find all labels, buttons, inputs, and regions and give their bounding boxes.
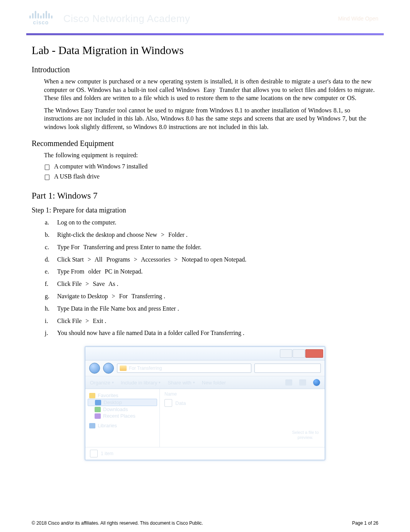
intro-block: When a new computer is purchased or a ne… [44, 77, 378, 131]
step-text-post: to open Notepad. [203, 256, 247, 263]
preview-placeholder: Select a file to preview. [290, 430, 321, 440]
favorites-group[interactable]: Favorites [88, 392, 157, 399]
step-item: e.Type From older PC in Notepad. [45, 268, 378, 276]
page-number: Page 1 of 26 [352, 520, 378, 526]
recent-places-item[interactable]: Recent Places [88, 413, 157, 419]
list-item: A USB flash drive [45, 173, 378, 180]
step-item: b.Right-click the desktop and choose New… [45, 231, 378, 239]
intro-heading: Introduction [32, 65, 378, 74]
organize-label: Organize [90, 380, 110, 386]
step-text-pre: Right-click the desktop and choose [57, 231, 146, 238]
copyright: © 2018 Cisco and/or its affiliates. All … [32, 520, 203, 526]
address-bar[interactable]: For Transferring [117, 364, 251, 373]
column-header-name[interactable]: Name [164, 391, 320, 397]
step-text-post: . [162, 293, 165, 299]
step-marker: a. [45, 219, 49, 227]
newfolder-label: New folder [202, 380, 226, 386]
status-bar: 1 item [85, 447, 325, 460]
step-text-pre: Type [57, 305, 71, 312]
status-text: 1 item [101, 451, 114, 456]
list-item: A computer with Windows 7 installed [45, 163, 378, 170]
toolbar: Organize▾ Include in library▾ Share with… [85, 376, 325, 389]
intro-paragraph-2: The Windows Easy Transfer tool cannot be… [44, 106, 378, 131]
include-library-button[interactable]: Include in library▾ [121, 380, 161, 386]
downloads-label: Downloads [103, 406, 128, 412]
step-marker: b. [45, 231, 49, 239]
step-item: i.Click File > Exit . [45, 317, 378, 325]
tagline: Mind Wide Open [338, 15, 378, 22]
step-text-pre: Type [57, 244, 71, 250]
step-text-post: in a folder called For Transferring . [156, 330, 244, 336]
cisco-logo-bars-icon [29, 9, 53, 19]
step-text-pre: Click [57, 280, 72, 287]
chevron-down-icon: ▾ [159, 381, 161, 384]
chevron-down-icon: ▾ [193, 381, 195, 384]
share-with-button[interactable]: Share with▾ [168, 380, 195, 386]
page-footer: © 2018 Cisco and/or its affiliates. All … [32, 520, 378, 526]
back-button[interactable] [89, 363, 100, 374]
text-file-icon [164, 399, 172, 407]
maximize-button[interactable] [293, 349, 305, 358]
libraries-group[interactable]: Libraries [88, 422, 157, 429]
cisco-logo-text: cisco [33, 19, 49, 25]
preview-pane-icon[interactable] [299, 379, 306, 386]
status-icon [90, 450, 98, 457]
explorer-screenshot: For Transferring Organize▾ Include in li… [85, 347, 325, 460]
minimize-button[interactable] [280, 349, 292, 358]
step-marker: d. [45, 256, 49, 264]
step-text-post: and press Enter to name the folder. [114, 244, 202, 250]
step-text-post: in the File Name box and press Enter . [83, 305, 179, 312]
document-page: cisco Cisco Networking Academy Mind Wide… [0, 0, 410, 532]
content-area: Lab - Data Migration in Windows Introduc… [0, 36, 410, 460]
address-row: For Transferring [85, 360, 325, 376]
step-item: d.Click Start > All Programs > Accessori… [45, 256, 378, 264]
step-marker: j. [45, 329, 48, 337]
organize-button[interactable]: Organize▾ [90, 380, 114, 386]
file-item[interactable]: Data [164, 398, 320, 408]
view-icon[interactable] [285, 379, 292, 386]
help-icon[interactable] [313, 379, 320, 386]
cisco-logo: cisco [27, 9, 55, 28]
step-text-pre: You should now have a file named [57, 330, 144, 336]
step1-heading: Step 1: Prepare for data migration [32, 206, 378, 214]
close-button[interactable] [305, 349, 323, 358]
step-marker: h. [45, 305, 49, 313]
explorer-body: Favorites Desktop Downloads Recent Place… [85, 389, 325, 447]
step-text-pre: Click [57, 256, 72, 263]
step-text-bold: Desktop > For Transferring [87, 293, 162, 299]
share-label: Share with [168, 380, 191, 386]
desktop-label: Desktop [103, 399, 122, 405]
header-banner: cisco Cisco Networking Academy Mind Wide… [0, 0, 410, 30]
step-text-bold: File > Save As [72, 280, 115, 287]
step-marker: i. [45, 317, 48, 325]
search-input[interactable] [254, 364, 321, 373]
step-item: f.Click File > Save As . [45, 280, 378, 288]
step-text-bold: New > Folder [146, 231, 185, 238]
step-text-bold: From older PC [71, 268, 112, 275]
libraries-label: Libraries [98, 423, 117, 428]
step-item: g.Navigate to Desktop > For Transferring… [45, 292, 378, 301]
favorites-label: Favorites [98, 393, 118, 398]
step-text-bold: Start > All Programs > Accessories > Not… [72, 256, 203, 263]
part1-heading: Part 1: Windows 7 [32, 191, 378, 201]
forward-button[interactable] [103, 363, 114, 374]
intro-paragraph-1: When a new computer is purchased or a ne… [44, 77, 378, 102]
recequip-heading: Recommended Equipment [32, 139, 378, 148]
window-titlebar [85, 347, 325, 360]
chevron-down-icon: ▾ [112, 381, 114, 384]
step-list: a.Log on to the computer. b.Right-click … [32, 219, 378, 337]
step-text-post: . [103, 318, 106, 324]
star-icon [89, 393, 95, 398]
address-text: For Transferring [129, 365, 162, 371]
logo-block: cisco Cisco Networking Academy [27, 9, 190, 28]
step-text-bold: Data [71, 305, 83, 312]
step-item: c.Type For Transferring and press Enter … [45, 243, 378, 252]
recequip-intro: The following equipment is required: [44, 151, 378, 160]
downloads-icon [95, 407, 101, 412]
step-marker: g. [45, 292, 49, 301]
step-text-pre: Click [57, 318, 72, 324]
downloads-item[interactable]: Downloads [88, 406, 157, 413]
new-folder-button[interactable]: New folder [202, 380, 226, 386]
desktop-item[interactable]: Desktop [88, 399, 157, 406]
recent-label: Recent Places [103, 413, 136, 419]
